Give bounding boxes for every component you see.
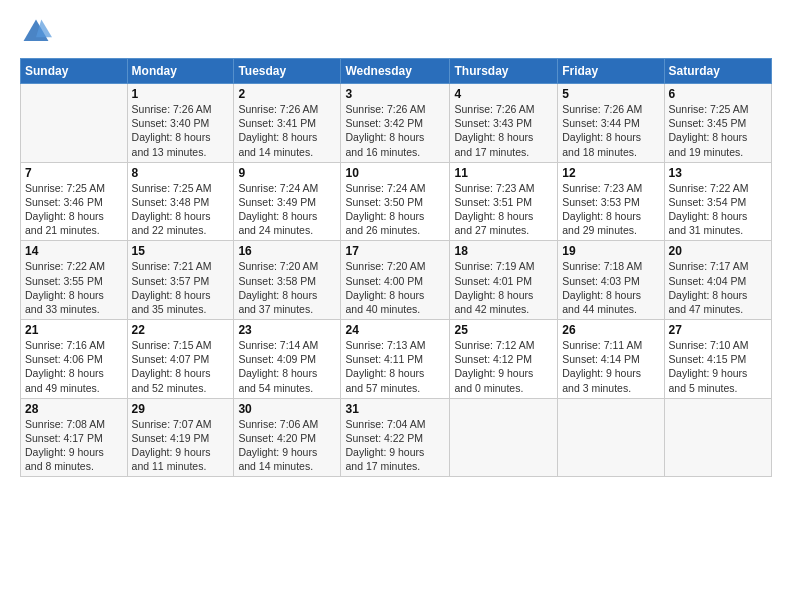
cell-content-0-2: 2Sunrise: 7:26 AMSunset: 3:41 PMDaylight… — [238, 87, 336, 159]
cell-2-0: 14Sunrise: 7:22 AMSunset: 3:55 PMDayligh… — [21, 241, 128, 320]
cell-text: Sunrise: 7:15 AMSunset: 4:07 PMDaylight:… — [132, 338, 230, 395]
cell-2-2: 16Sunrise: 7:20 AMSunset: 3:58 PMDayligh… — [234, 241, 341, 320]
cell-1-6: 13Sunrise: 7:22 AMSunset: 3:54 PMDayligh… — [664, 162, 771, 241]
cell-content-4-6 — [669, 402, 767, 462]
cell-1-1: 8Sunrise: 7:25 AMSunset: 3:48 PMDaylight… — [127, 162, 234, 241]
cell-0-4: 4Sunrise: 7:26 AMSunset: 3:43 PMDaylight… — [450, 84, 558, 163]
cell-content-2-5: 19Sunrise: 7:18 AMSunset: 4:03 PMDayligh… — [562, 244, 659, 316]
cell-1-2: 9Sunrise: 7:24 AMSunset: 3:49 PMDaylight… — [234, 162, 341, 241]
day-number: 6 — [669, 87, 767, 101]
cell-3-0: 21Sunrise: 7:16 AMSunset: 4:06 PMDayligh… — [21, 320, 128, 399]
cell-content-1-3: 10Sunrise: 7:24 AMSunset: 3:50 PMDayligh… — [345, 166, 445, 238]
day-number: 13 — [669, 166, 767, 180]
day-number: 29 — [132, 402, 230, 416]
cell-4-6 — [664, 398, 771, 477]
cell-content-4-2: 30Sunrise: 7:06 AMSunset: 4:20 PMDayligh… — [238, 402, 336, 474]
cell-text: Sunrise: 7:26 AMSunset: 3:41 PMDaylight:… — [238, 102, 336, 159]
cell-content-3-2: 23Sunrise: 7:14 AMSunset: 4:09 PMDayligh… — [238, 323, 336, 395]
cell-content-0-1: 1Sunrise: 7:26 AMSunset: 3:40 PMDaylight… — [132, 87, 230, 159]
cell-0-6: 6Sunrise: 7:25 AMSunset: 3:45 PMDaylight… — [664, 84, 771, 163]
cell-3-5: 26Sunrise: 7:11 AMSunset: 4:14 PMDayligh… — [558, 320, 664, 399]
cell-text: Sunrise: 7:26 AMSunset: 3:44 PMDaylight:… — [562, 102, 659, 159]
cell-content-0-5: 5Sunrise: 7:26 AMSunset: 3:44 PMDaylight… — [562, 87, 659, 159]
cell-4-0: 28Sunrise: 7:08 AMSunset: 4:17 PMDayligh… — [21, 398, 128, 477]
cell-0-5: 5Sunrise: 7:26 AMSunset: 3:44 PMDaylight… — [558, 84, 664, 163]
day-number: 14 — [25, 244, 123, 258]
cell-content-2-6: 20Sunrise: 7:17 AMSunset: 4:04 PMDayligh… — [669, 244, 767, 316]
col-header-monday: Monday — [127, 59, 234, 84]
cell-content-2-3: 17Sunrise: 7:20 AMSunset: 4:00 PMDayligh… — [345, 244, 445, 316]
day-number: 12 — [562, 166, 659, 180]
cell-content-3-1: 22Sunrise: 7:15 AMSunset: 4:07 PMDayligh… — [132, 323, 230, 395]
col-header-wednesday: Wednesday — [341, 59, 450, 84]
cell-text: Sunrise: 7:20 AMSunset: 3:58 PMDaylight:… — [238, 259, 336, 316]
cell-content-2-4: 18Sunrise: 7:19 AMSunset: 4:01 PMDayligh… — [454, 244, 553, 316]
cell-text: Sunrise: 7:16 AMSunset: 4:06 PMDaylight:… — [25, 338, 123, 395]
cell-content-0-0 — [25, 87, 123, 147]
col-header-saturday: Saturday — [664, 59, 771, 84]
cell-content-1-5: 12Sunrise: 7:23 AMSunset: 3:53 PMDayligh… — [562, 166, 659, 238]
cell-text: Sunrise: 7:14 AMSunset: 4:09 PMDaylight:… — [238, 338, 336, 395]
cell-4-2: 30Sunrise: 7:06 AMSunset: 4:20 PMDayligh… — [234, 398, 341, 477]
cell-2-3: 17Sunrise: 7:20 AMSunset: 4:00 PMDayligh… — [341, 241, 450, 320]
cell-content-2-1: 15Sunrise: 7:21 AMSunset: 3:57 PMDayligh… — [132, 244, 230, 316]
cell-text: Sunrise: 7:12 AMSunset: 4:12 PMDaylight:… — [454, 338, 553, 395]
cell-text: Sunrise: 7:06 AMSunset: 4:20 PMDaylight:… — [238, 417, 336, 474]
day-number: 25 — [454, 323, 553, 337]
day-number: 9 — [238, 166, 336, 180]
cell-2-6: 20Sunrise: 7:17 AMSunset: 4:04 PMDayligh… — [664, 241, 771, 320]
cell-content-2-2: 16Sunrise: 7:20 AMSunset: 3:58 PMDayligh… — [238, 244, 336, 316]
cell-content-4-3: 31Sunrise: 7:04 AMSunset: 4:22 PMDayligh… — [345, 402, 445, 474]
day-number: 3 — [345, 87, 445, 101]
cell-text: Sunrise: 7:24 AMSunset: 3:49 PMDaylight:… — [238, 181, 336, 238]
cell-text: Sunrise: 7:19 AMSunset: 4:01 PMDaylight:… — [454, 259, 553, 316]
cell-4-3: 31Sunrise: 7:04 AMSunset: 4:22 PMDayligh… — [341, 398, 450, 477]
cell-content-4-1: 29Sunrise: 7:07 AMSunset: 4:19 PMDayligh… — [132, 402, 230, 474]
cell-2-4: 18Sunrise: 7:19 AMSunset: 4:01 PMDayligh… — [450, 241, 558, 320]
cell-0-1: 1Sunrise: 7:26 AMSunset: 3:40 PMDaylight… — [127, 84, 234, 163]
cell-text: Sunrise: 7:26 AMSunset: 3:40 PMDaylight:… — [132, 102, 230, 159]
col-header-tuesday: Tuesday — [234, 59, 341, 84]
cell-content-3-5: 26Sunrise: 7:11 AMSunset: 4:14 PMDayligh… — [562, 323, 659, 395]
cell-1-4: 11Sunrise: 7:23 AMSunset: 3:51 PMDayligh… — [450, 162, 558, 241]
day-number: 8 — [132, 166, 230, 180]
day-number: 18 — [454, 244, 553, 258]
cell-3-2: 23Sunrise: 7:14 AMSunset: 4:09 PMDayligh… — [234, 320, 341, 399]
col-header-friday: Friday — [558, 59, 664, 84]
cell-text: Sunrise: 7:25 AMSunset: 3:45 PMDaylight:… — [669, 102, 767, 159]
cell-1-3: 10Sunrise: 7:24 AMSunset: 3:50 PMDayligh… — [341, 162, 450, 241]
cell-0-2: 2Sunrise: 7:26 AMSunset: 3:41 PMDaylight… — [234, 84, 341, 163]
cell-text: Sunrise: 7:21 AMSunset: 3:57 PMDaylight:… — [132, 259, 230, 316]
cell-content-4-4 — [454, 402, 553, 462]
cell-3-1: 22Sunrise: 7:15 AMSunset: 4:07 PMDayligh… — [127, 320, 234, 399]
cell-text: Sunrise: 7:25 AMSunset: 3:48 PMDaylight:… — [132, 181, 230, 238]
cell-content-1-2: 9Sunrise: 7:24 AMSunset: 3:49 PMDaylight… — [238, 166, 336, 238]
day-number: 17 — [345, 244, 445, 258]
day-number: 27 — [669, 323, 767, 337]
cell-4-4 — [450, 398, 558, 477]
cell-content-1-0: 7Sunrise: 7:25 AMSunset: 3:46 PMDaylight… — [25, 166, 123, 238]
cell-1-0: 7Sunrise: 7:25 AMSunset: 3:46 PMDaylight… — [21, 162, 128, 241]
week-row-3: 21Sunrise: 7:16 AMSunset: 4:06 PMDayligh… — [21, 320, 772, 399]
cell-text: Sunrise: 7:11 AMSunset: 4:14 PMDaylight:… — [562, 338, 659, 395]
logo-icon — [20, 16, 52, 48]
day-number: 20 — [669, 244, 767, 258]
week-row-4: 28Sunrise: 7:08 AMSunset: 4:17 PMDayligh… — [21, 398, 772, 477]
day-number: 24 — [345, 323, 445, 337]
cell-1-5: 12Sunrise: 7:23 AMSunset: 3:53 PMDayligh… — [558, 162, 664, 241]
cell-content-1-1: 8Sunrise: 7:25 AMSunset: 3:48 PMDaylight… — [132, 166, 230, 238]
cell-3-6: 27Sunrise: 7:10 AMSunset: 4:15 PMDayligh… — [664, 320, 771, 399]
cell-text: Sunrise: 7:22 AMSunset: 3:54 PMDaylight:… — [669, 181, 767, 238]
day-number: 5 — [562, 87, 659, 101]
day-number: 22 — [132, 323, 230, 337]
cell-text: Sunrise: 7:22 AMSunset: 3:55 PMDaylight:… — [25, 259, 123, 316]
cell-text: Sunrise: 7:13 AMSunset: 4:11 PMDaylight:… — [345, 338, 445, 395]
day-number: 4 — [454, 87, 553, 101]
cell-content-3-3: 24Sunrise: 7:13 AMSunset: 4:11 PMDayligh… — [345, 323, 445, 395]
cell-content-4-0: 28Sunrise: 7:08 AMSunset: 4:17 PMDayligh… — [25, 402, 123, 474]
cell-content-3-6: 27Sunrise: 7:10 AMSunset: 4:15 PMDayligh… — [669, 323, 767, 395]
cell-content-1-4: 11Sunrise: 7:23 AMSunset: 3:51 PMDayligh… — [454, 166, 553, 238]
cell-text: Sunrise: 7:25 AMSunset: 3:46 PMDaylight:… — [25, 181, 123, 238]
logo — [20, 16, 56, 48]
cell-text: Sunrise: 7:18 AMSunset: 4:03 PMDaylight:… — [562, 259, 659, 316]
